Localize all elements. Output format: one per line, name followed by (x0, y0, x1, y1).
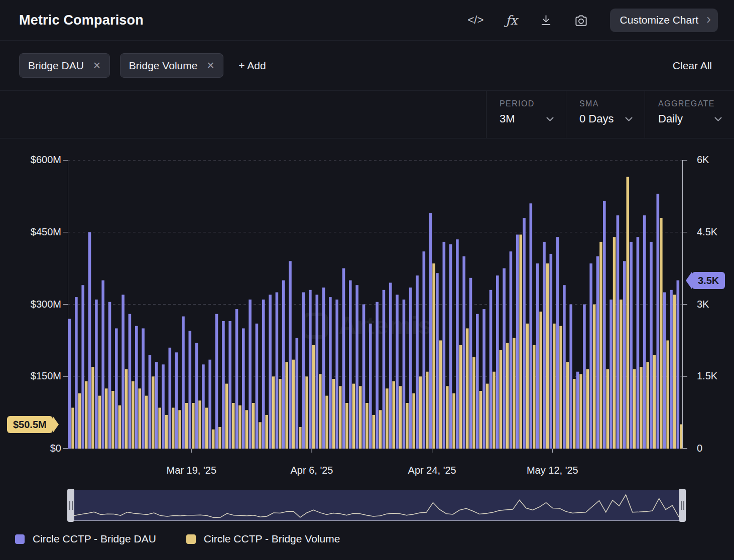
right-axis-tick-label: 4.5K (697, 226, 717, 238)
legend-label-dau: Circle CCTP - Bridge DAU (33, 533, 156, 545)
latest-volume-value: $50.5M (13, 419, 47, 430)
camera-icon[interactable] (574, 14, 588, 27)
period-dropdown[interactable]: PERIOD 3M (486, 91, 566, 138)
metric-comparison-panel: Metric Comparison </> ƒx Customize Chart… (0, 0, 734, 560)
latest-dau-value: 3.5K (698, 275, 719, 286)
chart-controls: PERIOD 3M SMA 0 Days AGGREGATE Daily (0, 91, 734, 138)
clear-all-button[interactable]: Clear All (670, 59, 715, 72)
volume-color-swatch (186, 534, 196, 544)
aggregate-label: AGGREGATE (658, 99, 722, 108)
navigator-left-handle[interactable] (67, 489, 74, 522)
left-axis-tick-label: $300M (15, 299, 61, 310)
navigator-right-handle[interactable] (679, 489, 686, 522)
formula-icon[interactable]: ƒx (506, 13, 517, 28)
dual-axis-bar-chart[interactable] (63, 160, 688, 454)
left-axis-tick-label: $150M (15, 370, 61, 382)
chip-bridge-volume[interactable]: Bridge Volume ✕ (120, 53, 224, 78)
chip-label: Bridge Volume (129, 60, 198, 72)
x-axis-label: Mar 19, '25 (167, 465, 216, 476)
chevron-down-icon (714, 117, 722, 121)
code-embed-icon[interactable]: </> (467, 14, 483, 27)
sma-label: SMA (579, 99, 633, 108)
remove-chip-icon[interactable]: ✕ (206, 60, 214, 71)
left-axis-tick-label: $450M (15, 226, 61, 238)
header: Metric Comparison </> ƒx Customize Chart… (0, 0, 734, 41)
period-label: PERIOD (500, 99, 554, 108)
aggregate-value: Daily (658, 112, 683, 125)
legend-item-volume[interactable]: Circle CCTP - Bridge Volume (186, 533, 340, 545)
chevron-right-icon: › (706, 13, 711, 26)
left-axis-tick-label: $0 (15, 443, 61, 454)
x-axis-label: May 12, '25 (527, 465, 578, 476)
left-axis-tick-label: $600M (15, 154, 61, 166)
customize-chart-label: Customize Chart (620, 14, 698, 26)
right-axis-tick-label: 3K (697, 299, 709, 310)
period-value: 3M (500, 112, 515, 125)
chevron-down-icon (546, 117, 554, 121)
metric-chips-row: Bridge DAU ✕ Bridge Volume ✕ + Add Clear… (0, 41, 734, 91)
x-axis-label: Apr 24, '25 (408, 465, 456, 476)
sma-dropdown[interactable]: SMA 0 Days (566, 91, 645, 138)
navigator-sparkline (71, 490, 682, 520)
x-axis-label: Apr 6, '25 (291, 465, 333, 476)
chevron-down-icon (625, 117, 633, 121)
sma-value: 0 Days (579, 112, 614, 125)
right-axis-tick-label: 0 (697, 443, 702, 454)
remove-chip-icon[interactable]: ✕ (93, 60, 101, 71)
legend-label-volume: Circle CCTP - Bridge Volume (204, 533, 340, 545)
header-toolbar: </> ƒx (467, 13, 587, 28)
right-axis-tick-label: 1.5K (697, 370, 717, 382)
download-icon[interactable] (540, 14, 552, 27)
chart-legend: Circle CCTP - Bridge DAU Circle CCTP - B… (15, 533, 734, 545)
aggregate-dropdown[interactable]: AGGREGATE Daily (645, 91, 734, 138)
page-title: Metric Comparison (19, 13, 144, 28)
chip-label: Bridge DAU (28, 60, 84, 72)
chart-range-navigator[interactable] (70, 490, 683, 521)
chart-area: Artemis $50.5M 3.5K Mar 19, '25Apr 6, '2… (0, 138, 734, 490)
chip-bridge-dau[interactable]: Bridge DAU ✕ (19, 53, 110, 78)
latest-volume-callout: $50.5M (7, 416, 53, 433)
customize-chart-button[interactable]: Customize Chart › (610, 9, 718, 32)
legend-item-dau[interactable]: Circle CCTP - Bridge DAU (15, 533, 156, 545)
right-axis-tick-label: 6K (697, 154, 709, 166)
dau-color-swatch (15, 534, 25, 544)
add-metric-button[interactable]: + Add (238, 60, 266, 72)
latest-dau-callout: 3.5K (692, 272, 725, 289)
